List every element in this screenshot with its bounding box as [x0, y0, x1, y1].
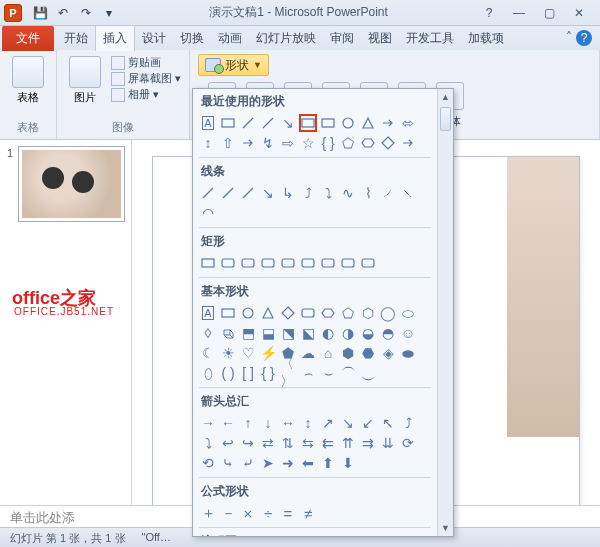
shape-item[interactable]: [319, 254, 337, 272]
shape-item[interactable]: ◯: [379, 304, 397, 322]
shape-item[interactable]: [339, 254, 357, 272]
shape-item[interactable]: ◓: [379, 324, 397, 342]
tab-addins[interactable]: 加载项: [461, 26, 511, 51]
shape-item[interactable]: ⬇: [339, 454, 357, 472]
shape-item[interactable]: ↘: [259, 184, 277, 202]
shape-item[interactable]: ⏜: [339, 364, 357, 382]
shape-item[interactable]: [219, 254, 237, 272]
shape-item[interactable]: [219, 324, 237, 342]
shape-item[interactable]: ↙: [359, 414, 377, 432]
clipart-button[interactable]: 剪贴画: [111, 55, 181, 70]
shape-item[interactable]: [299, 254, 317, 272]
shape-item[interactable]: ↗: [319, 414, 337, 432]
minimize-button[interactable]: —: [508, 4, 530, 22]
shape-item[interactable]: ☁: [299, 344, 317, 362]
shape-item[interactable]: ×: [239, 504, 257, 522]
qat-undo[interactable]: ↶: [53, 3, 73, 23]
shape-item[interactable]: ↕: [299, 414, 317, 432]
shape-item[interactable]: [219, 304, 237, 322]
shape-item[interactable]: A: [199, 114, 217, 132]
shape-item[interactable]: ↯: [259, 134, 277, 152]
shape-item[interactable]: ⤴: [299, 184, 317, 202]
shape-item[interactable]: [359, 134, 377, 152]
shape-item[interactable]: ⬔: [279, 324, 297, 342]
shape-item[interactable]: [239, 184, 257, 202]
shape-item[interactable]: ☺: [399, 324, 417, 342]
shape-item[interactable]: ♡: [239, 344, 257, 362]
shape-item[interactable]: { }: [319, 134, 337, 152]
shape-item[interactable]: ⌇: [359, 184, 377, 202]
shape-item[interactable]: ⇉: [359, 434, 377, 452]
shape-item[interactable]: [259, 114, 277, 132]
shape-item[interactable]: ↩: [219, 434, 237, 452]
screenshot-button[interactable]: 屏幕截图 ▾: [111, 71, 181, 86]
shape-item[interactable]: ⤵: [199, 434, 217, 452]
shape-item[interactable]: [199, 184, 217, 202]
tab-insert[interactable]: 插入: [95, 25, 135, 51]
shape-item[interactable]: ⤵: [319, 184, 337, 202]
tab-animations[interactable]: 动画: [211, 26, 249, 51]
shape-item[interactable]: ⬬: [399, 344, 417, 362]
qat-redo[interactable]: ↷: [76, 3, 96, 23]
shape-item[interactable]: ⟲: [199, 454, 217, 472]
shape-item[interactable]: [ ]: [239, 364, 257, 382]
shape-item[interactable]: ⤷: [219, 454, 237, 472]
shape-item[interactable]: ⬒: [239, 324, 257, 342]
shape-item[interactable]: [379, 134, 397, 152]
shape-item[interactable]: ⌢: [299, 364, 317, 382]
shape-item[interactable]: [379, 114, 397, 132]
shape-item[interactable]: ⌂: [319, 344, 337, 362]
shapes-panel-scrollbar[interactable]: ▲ ▼: [437, 89, 453, 536]
shape-item[interactable]: －: [219, 504, 237, 522]
shape-item[interactable]: ⤶: [239, 454, 257, 472]
shape-item[interactable]: [399, 134, 417, 152]
help-icon[interactable]: ?: [576, 30, 592, 46]
qat-customize[interactable]: ▾: [99, 3, 119, 23]
shape-item[interactable]: [359, 254, 377, 272]
shape-item[interactable]: ⌣: [319, 364, 337, 382]
shape-item[interactable]: ⬆: [319, 454, 337, 472]
shape-item[interactable]: ⬅: [299, 454, 317, 472]
shape-item[interactable]: [239, 254, 257, 272]
shape-item[interactable]: ( ): [219, 364, 237, 382]
shape-item[interactable]: [299, 114, 317, 132]
shape-item[interactable]: ⬠: [339, 304, 357, 322]
shape-item[interactable]: [299, 304, 317, 322]
shape-item[interactable]: [239, 134, 257, 152]
qat-save[interactable]: 💾: [30, 3, 50, 23]
tab-review[interactable]: 审阅: [323, 26, 361, 51]
tab-transitions[interactable]: 切换: [173, 26, 211, 51]
shape-item[interactable]: [279, 304, 297, 322]
shape-item[interactable]: [219, 184, 237, 202]
shape-item[interactable]: ↖: [379, 414, 397, 432]
shape-item[interactable]: [259, 304, 277, 322]
shape-item[interactable]: ←: [219, 414, 237, 432]
album-button[interactable]: 相册 ▾: [111, 87, 181, 102]
shape-item[interactable]: ◠: [199, 204, 217, 222]
shape-item[interactable]: ↓: [259, 414, 277, 432]
shape-item[interactable]: A: [199, 304, 217, 322]
tab-design[interactable]: 设计: [135, 26, 173, 51]
shape-item[interactable]: ⬠: [339, 134, 357, 152]
shape-item[interactable]: ◊: [199, 324, 217, 342]
shape-item[interactable]: ⟳: [399, 434, 417, 452]
shape-item[interactable]: ≠: [299, 504, 317, 522]
shape-item[interactable]: ⟍: [399, 184, 417, 202]
shape-item[interactable]: [259, 254, 277, 272]
shape-item[interactable]: =: [279, 504, 297, 522]
tab-view[interactable]: 视图: [361, 26, 399, 51]
shape-item[interactable]: ⇊: [379, 434, 397, 452]
shape-item[interactable]: [219, 114, 237, 132]
shape-item[interactable]: ◐: [319, 324, 337, 342]
shape-item[interactable]: ⤴: [399, 414, 417, 432]
shape-item[interactable]: ◒: [359, 324, 377, 342]
shape-item[interactable]: ⇨: [279, 134, 297, 152]
shape-item[interactable]: ➜: [279, 454, 297, 472]
shape-item[interactable]: ↔: [279, 414, 297, 432]
picture-button[interactable]: 图片: [65, 54, 105, 118]
shape-item[interactable]: ÷: [259, 504, 277, 522]
shape-item[interactable]: 〈 〉: [279, 364, 297, 382]
slide-thumbnail-1[interactable]: 1: [18, 146, 125, 222]
shape-item[interactable]: ⬕: [299, 324, 317, 342]
shape-item[interactable]: ∿: [339, 184, 357, 202]
